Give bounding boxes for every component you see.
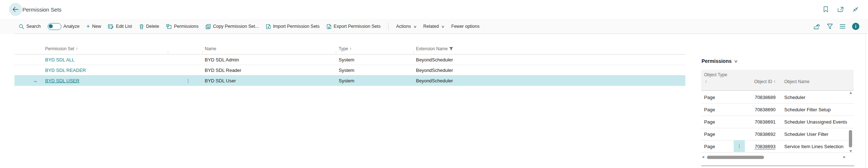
filter-icon[interactable] — [827, 23, 833, 29]
share-icon[interactable] — [813, 23, 820, 30]
scroll-left-icon[interactable]: ◀ — [702, 156, 704, 159]
vertical-scrollbar-thumb[interactable] — [849, 130, 852, 147]
chevron-down-icon: ∨ — [413, 25, 417, 29]
cell-object-type[interactable]: Page — [704, 119, 715, 125]
actions-menu-button[interactable]: Actions ∨ — [396, 24, 416, 29]
factbox-row-focused[interactable]: Page ⋮ 70838693 Service Item Lines Selec… — [701, 140, 854, 153]
cell-object-name[interactable]: Scheduler Filter Setup — [784, 107, 831, 112]
column-divider — [202, 51, 203, 54]
selected-row-marker-icon: → — [32, 78, 38, 83]
cell-extension-name[interactable]: BeyondScheduler — [416, 67, 453, 73]
row-more-options-icon[interactable]: ⋮ — [183, 78, 194, 83]
cell-object-id[interactable]: 70838692 — [755, 132, 776, 137]
search-label: Search — [26, 24, 41, 29]
list-view-icon[interactable] — [839, 24, 846, 29]
copy-permission-set-button[interactable]: Copy Permission Set... — [205, 24, 259, 29]
cell-object-id[interactable]: 70838691 — [755, 119, 776, 125]
table-row[interactable]: BYD SDL READER BYD SDL Reader System Bey… — [14, 65, 685, 76]
permission-sets-table: Permission Set ↑ Name Type ↑ Extension N… — [14, 43, 685, 86]
cell-name[interactable]: BYD SDL User — [205, 78, 236, 83]
cell-permission-set[interactable]: BYD SDL USER — [45, 78, 79, 83]
fewer-options-label: Fewer options — [451, 24, 480, 29]
search-icon — [19, 24, 24, 29]
cell-object-id[interactable]: 70838689 — [755, 95, 776, 100]
title-bar: Permission Sets — [0, 0, 868, 19]
factbox-title: Permissions — [702, 58, 732, 64]
back-button[interactable] — [9, 3, 22, 16]
cell-permission-set[interactable]: BYD SDL ALL — [45, 57, 74, 62]
action-bar: Search Analyze + New Edit List Delete — [0, 19, 868, 34]
import-icon — [266, 24, 271, 29]
cell-object-type[interactable]: Page — [704, 107, 715, 112]
factbox-permissions-header[interactable]: Permissions ∨ — [702, 58, 737, 64]
sort-ascending-icon: ↑ — [705, 79, 707, 84]
panel-right-edge — [865, 35, 866, 168]
chevron-down-icon: ∨ — [734, 59, 738, 64]
cell-object-id[interactable]: 70838690 — [755, 107, 776, 112]
search-button[interactable]: Search — [19, 24, 41, 29]
info-icon[interactable]: i — [852, 23, 859, 30]
column-divider — [168, 51, 168, 54]
column-header-extension-name[interactable]: Extension Name — [416, 46, 453, 51]
plus-icon: + — [86, 24, 90, 29]
cell-object-name[interactable]: Scheduler User Filter — [784, 132, 828, 137]
factbox-column-object-type[interactable]: Object Type — [704, 72, 727, 77]
edit-list-button[interactable]: Edit List — [108, 24, 132, 29]
export-icon — [326, 24, 331, 29]
bookmark-icon[interactable] — [823, 6, 829, 13]
cell-extension-name[interactable]: BeyondScheduler — [416, 78, 453, 83]
page-title: Permission Sets — [22, 0, 61, 19]
permissions-label: Permissions — [174, 24, 199, 29]
toolbar-bottom-border — [14, 34, 868, 34]
column-header-permission-set[interactable]: Permission Set ↑ — [45, 46, 78, 51]
new-label: New — [92, 24, 101, 29]
delete-label: Delete — [146, 24, 159, 29]
toolbar-divider — [388, 22, 389, 30]
factbox-row[interactable]: Page 70838692 Scheduler User Filter — [701, 128, 854, 141]
table-row[interactable]: BYD SDL ALL BYD SDL Admin System BeyondS… — [14, 54, 685, 65]
delete-button[interactable]: Delete — [139, 24, 159, 29]
horizontal-scrollbar-thumb[interactable] — [707, 156, 764, 159]
factbox-row[interactable]: Page 70838690 Scheduler Filter Setup — [701, 103, 854, 116]
cell-name[interactable]: BYD SDL Reader — [205, 67, 241, 73]
cell-object-id[interactable]: 70838693 — [755, 144, 776, 149]
actions-label: Actions — [396, 24, 411, 29]
analyze-toggle[interactable] — [48, 23, 61, 30]
new-button[interactable]: + New — [86, 24, 101, 29]
scroll-right-icon[interactable]: ▶ — [843, 156, 846, 159]
kebab-icon: ⋮ — [737, 143, 742, 149]
factbox-row[interactable]: Page 70838691 Scheduler Unassigned Event… — [701, 116, 854, 128]
cell-object-type[interactable]: Page — [704, 132, 715, 137]
scroll-up-icon[interactable]: ▲ — [850, 91, 852, 94]
permissions-button[interactable]: Permissions — [166, 24, 199, 29]
cell-object-type[interactable]: Page — [704, 144, 715, 149]
cell-extension-name[interactable]: BeyondScheduler — [416, 57, 453, 62]
scroll-down-icon[interactable]: ▼ — [850, 150, 852, 153]
row-more-options-cell[interactable]: ⋮ — [734, 140, 745, 152]
cell-object-type[interactable]: Page — [704, 95, 715, 100]
related-menu-button[interactable]: Related ∨ — [423, 24, 444, 29]
toggle-knob — [49, 24, 53, 28]
cell-type[interactable]: System — [339, 78, 354, 83]
factbox-row[interactable]: Page 70838689 Scheduler — [701, 91, 854, 104]
import-permission-sets-button[interactable]: Import Permission Sets — [266, 24, 320, 29]
cell-permission-set[interactable]: BYD SDL READER — [45, 67, 86, 73]
collapse-icon[interactable] — [852, 7, 859, 12]
cell-name[interactable]: BYD SDL Admin — [205, 57, 239, 62]
cell-object-name[interactable]: Scheduler — [784, 95, 806, 100]
factbox-column-object-id[interactable]: Object ID ↑ — [754, 79, 776, 84]
cell-object-name[interactable]: Service Item Lines Selection — [784, 144, 843, 149]
open-in-new-window-icon[interactable] — [837, 7, 844, 12]
export-permission-sets-button[interactable]: Export Permission Sets — [326, 24, 381, 29]
table-row-selected[interactable]: → BYD SDL USER ⋮ BYD SDL User System Bey… — [14, 75, 685, 86]
factbox-column-object-name[interactable]: Object Name — [784, 79, 810, 84]
cell-type[interactable]: System — [339, 57, 354, 62]
fewer-options-button[interactable]: Fewer options — [451, 24, 480, 29]
column-divider — [413, 51, 414, 54]
column-header-type[interactable]: Type ↑ — [339, 46, 352, 51]
copy-icon — [205, 24, 211, 29]
analyze-toggle-group[interactable]: Analyze — [48, 23, 79, 30]
column-header-name[interactable]: Name — [205, 46, 216, 51]
cell-type[interactable]: System — [339, 67, 354, 73]
cell-object-name[interactable]: Scheduler Unassigned Events — [784, 119, 847, 125]
